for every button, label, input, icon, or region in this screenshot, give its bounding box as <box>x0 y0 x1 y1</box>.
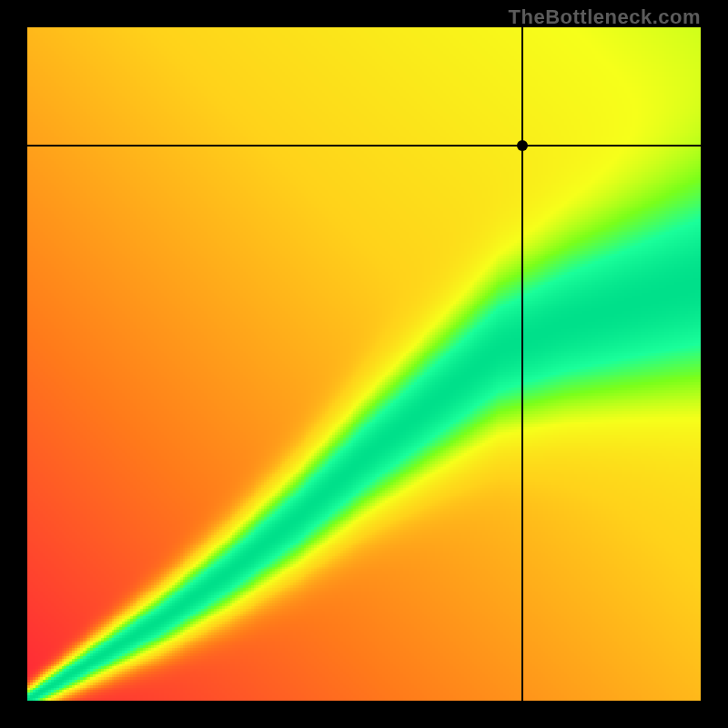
marker-dot <box>517 140 528 151</box>
watermark-text: TheBottleneck.com <box>509 5 701 29</box>
chart-frame: TheBottleneck.com <box>0 0 728 728</box>
crosshair-vertical <box>521 27 523 701</box>
heatmap-canvas <box>27 27 701 701</box>
crosshair-horizontal <box>27 145 701 147</box>
plot-area <box>27 27 701 701</box>
